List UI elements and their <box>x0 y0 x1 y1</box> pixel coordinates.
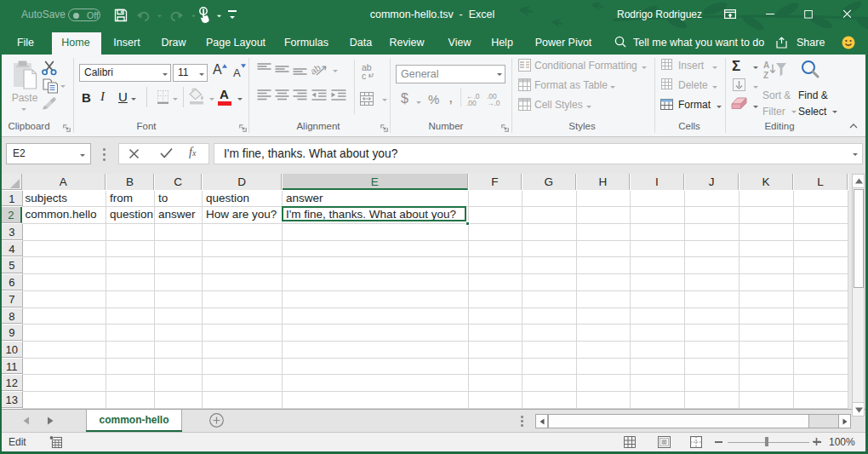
svg-text:c: c <box>362 71 366 80</box>
svg-text:Z: Z <box>763 71 768 80</box>
svg-text:A: A <box>763 60 769 70</box>
